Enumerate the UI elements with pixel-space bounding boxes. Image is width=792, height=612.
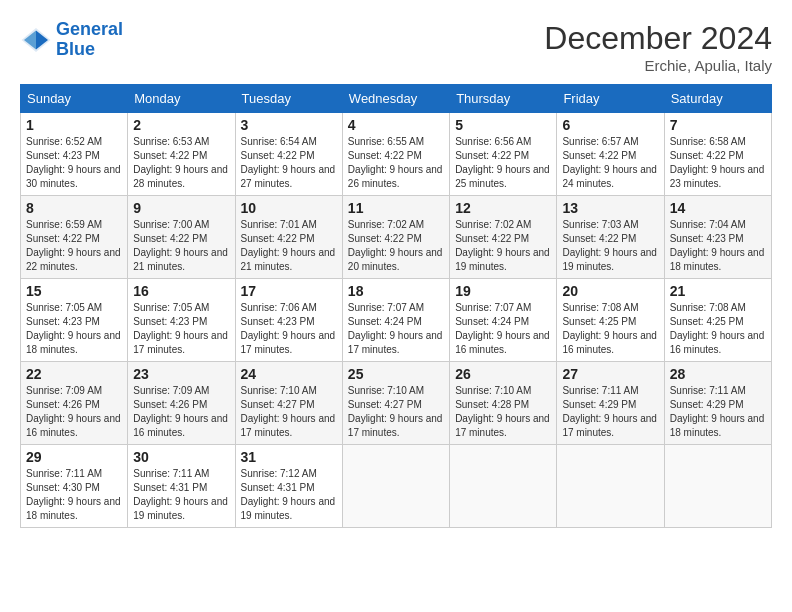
logo-line2: Blue <box>56 39 95 59</box>
day-cell-12: 12 Sunrise: 7:02 AM Sunset: 4:22 PM Dayl… <box>450 196 557 279</box>
day-cell-14: 14 Sunrise: 7:04 AM Sunset: 4:23 PM Dayl… <box>664 196 771 279</box>
day-number: 5 <box>455 117 551 133</box>
col-wednesday: Wednesday <box>342 85 449 113</box>
day-info: Sunrise: 7:08 AM Sunset: 4:25 PM Dayligh… <box>562 301 658 357</box>
day-cell-25: 25 Sunrise: 7:10 AM Sunset: 4:27 PM Dayl… <box>342 362 449 445</box>
day-cell-26: 26 Sunrise: 7:10 AM Sunset: 4:28 PM Dayl… <box>450 362 557 445</box>
day-cell-18: 18 Sunrise: 7:07 AM Sunset: 4:24 PM Dayl… <box>342 279 449 362</box>
logo: General Blue <box>20 20 123 60</box>
day-cell-13: 13 Sunrise: 7:03 AM Sunset: 4:22 PM Dayl… <box>557 196 664 279</box>
day-info: Sunrise: 7:09 AM Sunset: 4:26 PM Dayligh… <box>133 384 229 440</box>
empty-cell <box>342 445 449 528</box>
day-number: 17 <box>241 283 337 299</box>
calendar-table: Sunday Monday Tuesday Wednesday Thursday… <box>20 84 772 528</box>
day-info: Sunrise: 6:55 AM Sunset: 4:22 PM Dayligh… <box>348 135 444 191</box>
day-cell-22: 22 Sunrise: 7:09 AM Sunset: 4:26 PM Dayl… <box>21 362 128 445</box>
col-friday: Friday <box>557 85 664 113</box>
day-info: Sunrise: 7:02 AM Sunset: 4:22 PM Dayligh… <box>348 218 444 274</box>
day-info: Sunrise: 6:58 AM Sunset: 4:22 PM Dayligh… <box>670 135 766 191</box>
logo-text: General Blue <box>56 20 123 60</box>
day-number: 9 <box>133 200 229 216</box>
day-info: Sunrise: 7:07 AM Sunset: 4:24 PM Dayligh… <box>455 301 551 357</box>
day-number: 21 <box>670 283 766 299</box>
day-info: Sunrise: 6:56 AM Sunset: 4:22 PM Dayligh… <box>455 135 551 191</box>
day-cell-15: 15 Sunrise: 7:05 AM Sunset: 4:23 PM Dayl… <box>21 279 128 362</box>
col-tuesday: Tuesday <box>235 85 342 113</box>
day-number: 16 <box>133 283 229 299</box>
day-number: 28 <box>670 366 766 382</box>
day-cell-28: 28 Sunrise: 7:11 AM Sunset: 4:29 PM Dayl… <box>664 362 771 445</box>
empty-cell <box>664 445 771 528</box>
day-number: 24 <box>241 366 337 382</box>
col-monday: Monday <box>128 85 235 113</box>
day-cell-1: 1 Sunrise: 6:52 AM Sunset: 4:23 PM Dayli… <box>21 113 128 196</box>
day-cell-27: 27 Sunrise: 7:11 AM Sunset: 4:29 PM Dayl… <box>557 362 664 445</box>
day-cell-21: 21 Sunrise: 7:08 AM Sunset: 4:25 PM Dayl… <box>664 279 771 362</box>
day-info: Sunrise: 7:04 AM Sunset: 4:23 PM Dayligh… <box>670 218 766 274</box>
day-number: 20 <box>562 283 658 299</box>
day-cell-3: 3 Sunrise: 6:54 AM Sunset: 4:22 PM Dayli… <box>235 113 342 196</box>
month-title: December 2024 <box>544 20 772 57</box>
day-info: Sunrise: 7:06 AM Sunset: 4:23 PM Dayligh… <box>241 301 337 357</box>
col-thursday: Thursday <box>450 85 557 113</box>
day-cell-4: 4 Sunrise: 6:55 AM Sunset: 4:22 PM Dayli… <box>342 113 449 196</box>
day-info: Sunrise: 7:01 AM Sunset: 4:22 PM Dayligh… <box>241 218 337 274</box>
day-number: 6 <box>562 117 658 133</box>
day-cell-8: 8 Sunrise: 6:59 AM Sunset: 4:22 PM Dayli… <box>21 196 128 279</box>
day-cell-5: 5 Sunrise: 6:56 AM Sunset: 4:22 PM Dayli… <box>450 113 557 196</box>
day-info: Sunrise: 7:10 AM Sunset: 4:28 PM Dayligh… <box>455 384 551 440</box>
day-number: 26 <box>455 366 551 382</box>
day-number: 3 <box>241 117 337 133</box>
day-cell-30: 30 Sunrise: 7:11 AM Sunset: 4:31 PM Dayl… <box>128 445 235 528</box>
day-cell-17: 17 Sunrise: 7:06 AM Sunset: 4:23 PM Dayl… <box>235 279 342 362</box>
day-info: Sunrise: 7:12 AM Sunset: 4:31 PM Dayligh… <box>241 467 337 523</box>
col-saturday: Saturday <box>664 85 771 113</box>
day-cell-9: 9 Sunrise: 7:00 AM Sunset: 4:22 PM Dayli… <box>128 196 235 279</box>
day-cell-20: 20 Sunrise: 7:08 AM Sunset: 4:25 PM Dayl… <box>557 279 664 362</box>
day-cell-29: 29 Sunrise: 7:11 AM Sunset: 4:30 PM Dayl… <box>21 445 128 528</box>
day-number: 22 <box>26 366 122 382</box>
day-info: Sunrise: 7:03 AM Sunset: 4:22 PM Dayligh… <box>562 218 658 274</box>
day-info: Sunrise: 7:02 AM Sunset: 4:22 PM Dayligh… <box>455 218 551 274</box>
day-cell-23: 23 Sunrise: 7:09 AM Sunset: 4:26 PM Dayl… <box>128 362 235 445</box>
day-info: Sunrise: 7:05 AM Sunset: 4:23 PM Dayligh… <box>26 301 122 357</box>
day-number: 18 <box>348 283 444 299</box>
location-subtitle: Erchie, Apulia, Italy <box>544 57 772 74</box>
col-sunday: Sunday <box>21 85 128 113</box>
day-number: 8 <box>26 200 122 216</box>
day-info: Sunrise: 6:54 AM Sunset: 4:22 PM Dayligh… <box>241 135 337 191</box>
calendar-week-4: 22 Sunrise: 7:09 AM Sunset: 4:26 PM Dayl… <box>21 362 772 445</box>
day-cell-11: 11 Sunrise: 7:02 AM Sunset: 4:22 PM Dayl… <box>342 196 449 279</box>
day-info: Sunrise: 7:00 AM Sunset: 4:22 PM Dayligh… <box>133 218 229 274</box>
day-cell-16: 16 Sunrise: 7:05 AM Sunset: 4:23 PM Dayl… <box>128 279 235 362</box>
day-number: 13 <box>562 200 658 216</box>
day-number: 15 <box>26 283 122 299</box>
day-number: 30 <box>133 449 229 465</box>
day-info: Sunrise: 6:53 AM Sunset: 4:22 PM Dayligh… <box>133 135 229 191</box>
day-number: 19 <box>455 283 551 299</box>
day-number: 1 <box>26 117 122 133</box>
day-info: Sunrise: 6:59 AM Sunset: 4:22 PM Dayligh… <box>26 218 122 274</box>
day-cell-6: 6 Sunrise: 6:57 AM Sunset: 4:22 PM Dayli… <box>557 113 664 196</box>
title-area: December 2024 Erchie, Apulia, Italy <box>544 20 772 74</box>
day-info: Sunrise: 7:11 AM Sunset: 4:31 PM Dayligh… <box>133 467 229 523</box>
logo-icon <box>20 24 52 56</box>
day-number: 25 <box>348 366 444 382</box>
day-info: Sunrise: 6:57 AM Sunset: 4:22 PM Dayligh… <box>562 135 658 191</box>
day-info: Sunrise: 7:08 AM Sunset: 4:25 PM Dayligh… <box>670 301 766 357</box>
day-info: Sunrise: 7:11 AM Sunset: 4:30 PM Dayligh… <box>26 467 122 523</box>
header-row: Sunday Monday Tuesday Wednesday Thursday… <box>21 85 772 113</box>
day-info: Sunrise: 7:11 AM Sunset: 4:29 PM Dayligh… <box>562 384 658 440</box>
calendar-week-2: 8 Sunrise: 6:59 AM Sunset: 4:22 PM Dayli… <box>21 196 772 279</box>
day-info: Sunrise: 7:10 AM Sunset: 4:27 PM Dayligh… <box>241 384 337 440</box>
day-number: 7 <box>670 117 766 133</box>
calendar-week-1: 1 Sunrise: 6:52 AM Sunset: 4:23 PM Dayli… <box>21 113 772 196</box>
day-info: Sunrise: 7:10 AM Sunset: 4:27 PM Dayligh… <box>348 384 444 440</box>
day-number: 12 <box>455 200 551 216</box>
day-number: 14 <box>670 200 766 216</box>
day-cell-31: 31 Sunrise: 7:12 AM Sunset: 4:31 PM Dayl… <box>235 445 342 528</box>
day-number: 31 <box>241 449 337 465</box>
day-number: 29 <box>26 449 122 465</box>
day-number: 4 <box>348 117 444 133</box>
day-info: Sunrise: 7:05 AM Sunset: 4:23 PM Dayligh… <box>133 301 229 357</box>
